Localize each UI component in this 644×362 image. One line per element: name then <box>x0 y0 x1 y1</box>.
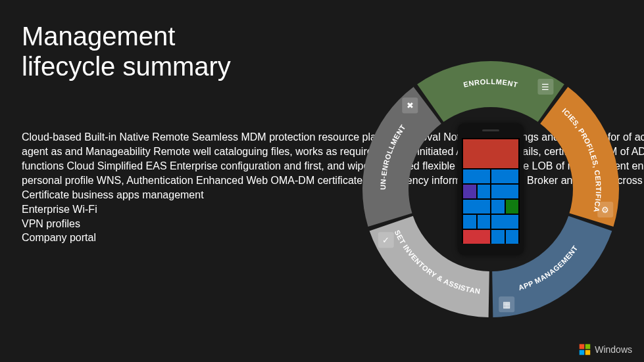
phone-tile <box>506 230 519 244</box>
windows-logo-icon <box>579 344 591 355</box>
svg-rect-2 <box>580 350 585 355</box>
phone-tile <box>491 185 518 198</box>
ring-segment-icon-glyph: ⚙ <box>601 205 609 215</box>
overlay-text-row: Cloud-based Built-in Native Remote Seaml… <box>22 130 311 145</box>
overlay-text: Certificate business apps management <box>22 188 204 202</box>
phone-tile <box>463 200 490 214</box>
ring-segment-icon-glyph: ☰ <box>541 82 549 92</box>
phone-screen <box>462 138 520 243</box>
phone-mockup <box>458 124 524 255</box>
svg-rect-3 <box>585 350 591 355</box>
title-line-2: lifecycle summary <box>22 51 231 81</box>
overlay-text-row: agent as and Manageability Remote well c… <box>22 145 311 159</box>
page-title: Management lifecycle summary <box>22 21 231 81</box>
ring-segment <box>362 87 441 227</box>
phone-tile <box>491 230 505 244</box>
lifecycle-ring: ENROLLMENT☰POLICIES, PROFILES, CERTIFICA… <box>353 51 629 327</box>
phone-tile <box>478 185 491 198</box>
phone-tile <box>491 215 518 229</box>
phone-tile <box>491 170 518 183</box>
overlay-text-row: Certificate business apps management <box>22 188 311 202</box>
plain-text-line: Company portal <box>22 231 311 245</box>
ring-segment-icon-glyph: ✓ <box>382 235 389 245</box>
plain-text-line: Enterprise Wi-Fi <box>22 202 311 217</box>
overlay-text-row: functions Cloud Simplified EAS Enterpris… <box>22 159 311 173</box>
phone-tile <box>463 230 490 244</box>
phone-tile <box>491 200 505 214</box>
phone-tile <box>463 215 476 229</box>
body-text-stack: Cloud-based Built-in Native Remote Seaml… <box>22 130 311 245</box>
phone-tile <box>463 170 490 183</box>
footer-brand: Windows <box>579 344 632 355</box>
phone-tile <box>463 139 518 168</box>
title-line-1: Management <box>22 21 231 51</box>
plain-text-line: VPN profiles <box>22 217 311 231</box>
phone-tile <box>478 215 491 229</box>
footer-brand-label: Windows <box>595 344 632 355</box>
overlay-text-row: personal profile WNS, Authentication Enh… <box>22 173 311 188</box>
svg-rect-1 <box>585 344 591 350</box>
ring-segment-icon-glyph: ▦ <box>503 300 510 309</box>
ring-segment-icon-glyph: ✖ <box>407 101 414 110</box>
svg-rect-0 <box>580 344 585 350</box>
phone-speaker <box>482 129 499 131</box>
phone-tile <box>463 185 476 198</box>
phone-tile <box>506 200 519 214</box>
